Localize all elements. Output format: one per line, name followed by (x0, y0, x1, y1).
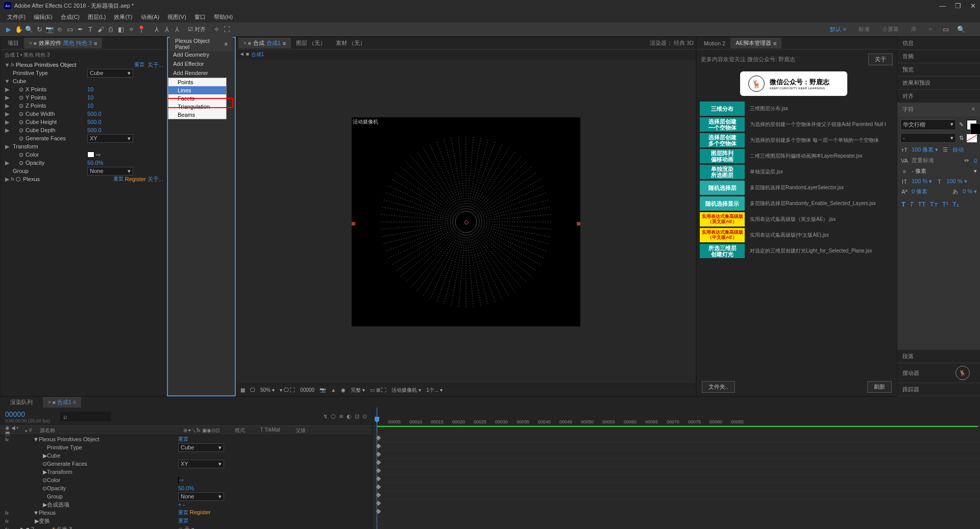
eyedropper-icon[interactable]: ⇨ (96, 152, 101, 158)
menu-help[interactable]: 帮助(H) (211, 12, 236, 22)
vscale-value[interactable]: 100 % ▾ (912, 178, 932, 185)
timeline-track[interactable] (373, 516, 980, 524)
col-trkmat[interactable]: T TrkMat (260, 427, 280, 434)
zoom-tool-icon[interactable]: 🔍 (24, 25, 34, 34)
axis-world-icon[interactable]: ⅄ (162, 25, 172, 34)
channel-icon[interactable]: ▲ (331, 387, 336, 393)
timeline-row[interactable]: ▶ Transform (0, 468, 372, 476)
panel-tracker[interactable]: 跟踪器 (897, 383, 980, 396)
keyframe-icon[interactable] (376, 485, 381, 490)
maximize-button[interactable]: ❐ (955, 2, 961, 10)
font-size-value[interactable]: 100 像素 ▾ (912, 146, 938, 154)
composition-viewer[interactable]: 活动摄像机 ◇ (236, 60, 696, 384)
menu-view[interactable]: 视图(V) (164, 12, 189, 22)
view-dropdown[interactable]: 活动摄像机 ▾ (391, 387, 421, 394)
col-parent[interactable]: 父级 (296, 427, 306, 434)
stamp-tool-icon[interactable]: ⎙ (106, 25, 115, 34)
refresh-button[interactable]: 刷新 (867, 381, 892, 393)
menu-animation[interactable]: 动画(A) (138, 12, 163, 22)
script-button[interactable]: 三维分布 (700, 102, 745, 116)
tl-icon-4[interactable]: ◐ (347, 413, 352, 420)
about-button[interactable]: 关于 (868, 54, 893, 65)
swap-icon[interactable]: ⇅ (959, 135, 964, 141)
rotate-tool-icon[interactable]: ↻ (35, 25, 44, 34)
dropdown-item-facets[interactable]: Facets (168, 94, 226, 103)
snap-icon[interactable]: ✧ (212, 25, 221, 34)
group-dropdown[interactable]: None▾ (87, 167, 133, 175)
timeline-track[interactable] (373, 491, 980, 499)
italic-button[interactable]: T (910, 200, 914, 208)
search-icon[interactable]: 🔍 (957, 24, 966, 34)
panel-character[interactable]: 字符≡ (897, 103, 980, 116)
timeline-row[interactable]: ⊙Generate FacesXY▾ (0, 460, 372, 468)
menu-edit[interactable]: 编辑(E) (31, 12, 56, 22)
timeline-row[interactable]: fx▼ Plexus重置 Register (0, 509, 372, 517)
script-button[interactable]: 所选三维层创建灯光 (700, 244, 745, 258)
handle-right[interactable] (577, 222, 580, 225)
script-button[interactable]: 单独渲染所选图层 (700, 165, 745, 179)
keyframe-icon[interactable] (376, 460, 381, 465)
stroke-width-value[interactable]: - 像素 (912, 167, 926, 175)
keyframe-icon[interactable] (376, 476, 381, 482)
add-renderer-button[interactable]: Add Renderer (168, 68, 235, 78)
timeline-track[interactable] (373, 499, 980, 508)
dropdown-item-lines[interactable]: Lines (168, 86, 226, 94)
timeline-row[interactable]: ⊙Opacity50.0% (0, 484, 372, 492)
about-link[interactable]: 关于... (148, 61, 163, 69)
workspace-standard[interactable]: 标准 (855, 24, 873, 34)
plexus-about[interactable]: 关于... (148, 175, 163, 183)
timecode-display[interactable]: 00000 (300, 387, 314, 393)
keyframe-icon[interactable] (376, 436, 381, 441)
tab-timeline-comp[interactable]: × ■ 合成1 ≡ (43, 397, 81, 408)
timeline-row[interactable]: GroupNone▾ (0, 492, 372, 500)
tab-footage-none[interactable]: 素材 （无） (331, 38, 371, 48)
camera-tool-icon[interactable]: 📷 (45, 25, 54, 34)
close-button[interactable]: ✕ (970, 2, 976, 10)
timeline-track[interactable] (373, 442, 980, 450)
eyedropper-icon[interactable]: ✎ (959, 121, 964, 128)
bold-button[interactable]: T (901, 200, 905, 208)
tab-effect-controls[interactable]: × ■ 效果控件 黑色 纯色 3 ≡ (24, 38, 102, 48)
tl-icon-2[interactable]: ⬡ (331, 413, 336, 420)
timeline-track[interactable] (373, 450, 980, 459)
timeline-timecode[interactable]: 00000 (5, 410, 50, 418)
tracking-value[interactable]: 0 (974, 158, 977, 164)
tab-render-queue[interactable]: 渲染队列 (5, 397, 38, 408)
col-mode[interactable]: 模式 (235, 427, 245, 434)
timeline-track[interactable] (373, 475, 980, 483)
anchor-icon[interactable]: ◇ (464, 218, 469, 225)
transform-group[interactable]: Transform (11, 143, 87, 149)
script-button[interactable]: 随机选择层 (700, 181, 745, 195)
folder-button[interactable]: 文件夹.. (702, 381, 735, 393)
timeline-row[interactable]: ⊙Color ⇨ (0, 476, 372, 484)
minimize-button[interactable]: — (939, 2, 946, 10)
tl-icon-1[interactable]: ↯ (323, 413, 328, 420)
script-button[interactable]: 随机选择显示 (700, 196, 745, 211)
eraser-tool-icon[interactable]: ◧ (116, 25, 126, 34)
col-source-name[interactable]: 源名称 (40, 427, 55, 434)
opacity-value[interactable]: 50.0% (87, 160, 103, 166)
tab-project[interactable]: 项目 (3, 38, 24, 48)
hscale-value[interactable]: 100 % ▾ (946, 178, 967, 185)
tl-icon-3[interactable]: ≋ (339, 413, 344, 420)
gen-faces-dropdown[interactable]: XY▾ (87, 134, 133, 143)
workspace-overflow[interactable]: » (926, 24, 935, 34)
full-dropdown[interactable]: 完整 ▾ (351, 387, 365, 394)
tab-plexus-object[interactable]: Plexus Object Panel ≡ (170, 36, 233, 52)
tab-layer-none[interactable]: 图层 （无） (291, 38, 331, 48)
plexus-reset[interactable]: 重置 (113, 175, 124, 183)
script-button[interactable]: 选择层创建一个空物体 (700, 117, 745, 132)
script-button[interactable]: 图层阵列偏移动画 (700, 149, 745, 163)
cube-width-value[interactable]: 500.0 (87, 111, 102, 117)
reset-button[interactable]: 重置 (134, 61, 144, 68)
keyframe-icon[interactable] (376, 452, 381, 457)
views-count[interactable]: 1个... ▾ (426, 387, 443, 394)
kerning-value[interactable]: 度量标准 (912, 157, 934, 164)
timeline-track[interactable] (373, 467, 980, 475)
timeline-row[interactable]: fx▶ ■ 2☀ 点光 3⊙ 无 ▾ (0, 525, 372, 529)
timeline-track-area[interactable]: 0000500010000150002000025000300003500040… (373, 408, 980, 529)
puppet-tool-icon[interactable]: 📍 (137, 25, 146, 34)
resolution-dropdown[interactable]: ▾ 🖵 ⛶ (280, 387, 296, 393)
timeline-row[interactable]: fx▶ 变换重置 (0, 517, 372, 525)
axis-view-icon[interactable]: ⅄ (173, 25, 182, 34)
